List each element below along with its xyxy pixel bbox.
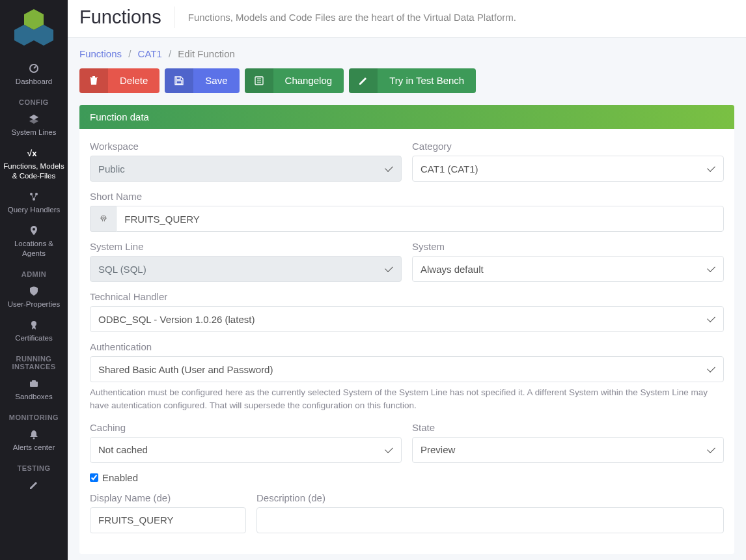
sidebar-item-sandboxes[interactable]: Sandboxes	[0, 373, 68, 407]
display-name-de-label: Display Name (de)	[90, 492, 246, 503]
breadcrumb: Functions / CAT1 / Edit Function	[79, 48, 734, 59]
svg-point-10	[33, 228, 35, 231]
svg-point-11	[31, 321, 36, 326]
sidebar: Dashboard CONFIG System Lines √x Functio…	[0, 0, 68, 560]
workspace-select[interactable]: Public	[90, 156, 402, 182]
sidebar-item-label: Dashboard	[16, 77, 52, 85]
dashboard-icon	[3, 63, 65, 75]
button-label: Save	[193, 68, 239, 93]
delete-button[interactable]: Delete	[79, 68, 159, 93]
page-title: Functions	[79, 7, 175, 28]
svg-point-14	[33, 438, 35, 440]
sidebar-item-testing-placeholder[interactable]	[0, 475, 68, 494]
certificate-icon	[3, 320, 65, 331]
caching-label: Caching	[90, 422, 402, 433]
sidebar-item-label: Functions, Models & Code-Files	[3, 162, 64, 180]
description-de-input[interactable]	[256, 507, 724, 533]
breadcrumb-separator: /	[128, 48, 131, 59]
authentication-label: Authentication	[90, 341, 724, 352]
shield-icon	[3, 286, 65, 298]
button-label: Try in Test Bench	[378, 68, 476, 93]
sidebar-item-system-lines[interactable]: System Lines	[0, 109, 68, 143]
card-header: Function data	[79, 105, 734, 129]
sidebar-item-dashboard[interactable]: Dashboard	[0, 58, 68, 92]
sidebar-section-testing: TESTING	[17, 464, 50, 472]
sidebar-item-functions[interactable]: √x Functions, Models & Code-Files	[0, 143, 68, 186]
save-button[interactable]: Save	[165, 68, 239, 93]
sidebar-item-query-handlers[interactable]: Query Handlers	[0, 186, 68, 220]
sandbox-icon	[3, 378, 65, 390]
state-label: State	[412, 422, 724, 433]
breadcrumb-current: Edit Function	[178, 48, 235, 59]
sidebar-item-certificates[interactable]: Certificates	[0, 315, 68, 348]
enabled-checkbox[interactable]	[90, 473, 98, 482]
svg-marker-5	[29, 119, 38, 124]
sidebar-section-running: RUNNING INSTANCES	[0, 355, 68, 371]
technical-handler-select[interactable]: ODBC_SQL - Version 1.0.26 (latest)	[90, 306, 724, 332]
system-line-label: System Line	[90, 241, 402, 252]
sidebar-section-config: CONFIG	[19, 98, 49, 106]
enabled-label: Enabled	[102, 472, 138, 483]
sidebar-item-label: User-Properties	[8, 300, 61, 308]
breadcrumb-link-functions[interactable]: Functions	[79, 48, 122, 59]
bell-icon	[3, 429, 65, 441]
fingerprint-icon	[90, 206, 116, 232]
system-label: System	[412, 241, 724, 252]
sidebar-section-monitoring: MONITORING	[9, 413, 59, 421]
technical-handler-label: Technical Handler	[90, 291, 724, 302]
button-label: Delete	[108, 68, 159, 93]
authentication-select[interactable]: Shared Basic Auth (User and Password)	[90, 356, 724, 382]
short-name-input[interactable]	[116, 206, 724, 232]
fx-icon: √x	[3, 148, 65, 160]
system-select[interactable]: Always default	[412, 256, 724, 282]
short-name-label: Short Name	[90, 191, 724, 202]
save-icon	[165, 68, 193, 93]
sidebar-item-label: Certificates	[15, 334, 53, 342]
breadcrumb-separator: /	[169, 48, 171, 59]
content-area: Functions / CAT1 / Edit Function Delete	[68, 38, 746, 560]
test-bench-button[interactable]: Try in Test Bench	[349, 68, 476, 93]
sidebar-item-label: Alerts center	[13, 443, 55, 451]
svg-text:√x: √x	[27, 148, 37, 158]
page-subtitle: Functions, Models and Code Files are the…	[175, 12, 516, 23]
logo	[14, 8, 54, 50]
category-label: Category	[412, 141, 724, 152]
description-de-label: Description (de)	[256, 492, 724, 503]
layers-icon	[3, 114, 65, 126]
sidebar-item-label: Query Handlers	[8, 206, 61, 214]
sidebar-item-user-properties[interactable]: User-Properties	[0, 281, 68, 315]
state-select[interactable]: Preview	[412, 437, 724, 463]
workspace-label: Workspace	[90, 141, 402, 152]
pencil-icon	[349, 68, 378, 93]
sidebar-item-label: Locations & Agents	[14, 240, 53, 257]
sidebar-section-admin: ADMIN	[21, 270, 47, 278]
authentication-help-text: Authentication must be configured here a…	[90, 386, 724, 413]
sidebar-item-alerts-center[interactable]: Alerts center	[0, 424, 68, 458]
caching-select[interactable]: Not cached	[90, 437, 402, 463]
breadcrumb-link-cat1[interactable]: CAT1	[138, 48, 162, 59]
category-select[interactable]: CAT1 (CAT1)	[412, 156, 724, 182]
list-icon	[245, 68, 273, 93]
changelog-button[interactable]: Changelog	[245, 68, 344, 93]
sidebar-item-label: Sandboxes	[15, 393, 53, 400]
svg-rect-12	[30, 382, 38, 387]
handlers-icon	[3, 191, 65, 203]
main: Functions Functions, Models and Code Fil…	[68, 0, 746, 560]
card-body: Workspace Public Category CA	[79, 129, 734, 554]
location-icon	[3, 225, 65, 237]
pencil-icon	[3, 480, 65, 492]
toolbar: Delete Save Changelog	[79, 68, 734, 93]
sidebar-item-label: System Lines	[11, 128, 56, 136]
display-name-de-input[interactable]	[90, 507, 246, 533]
system-line-select[interactable]: SQL (SQL)	[90, 256, 402, 282]
function-data-card: Function data Workspace Public	[79, 105, 734, 554]
svg-rect-13	[32, 380, 36, 382]
sidebar-item-locations[interactable]: Locations & Agents	[0, 220, 68, 264]
button-label: Changelog	[273, 68, 344, 93]
trash-icon	[79, 68, 108, 93]
page-header: Functions Functions, Models and Code Fil…	[68, 0, 746, 38]
